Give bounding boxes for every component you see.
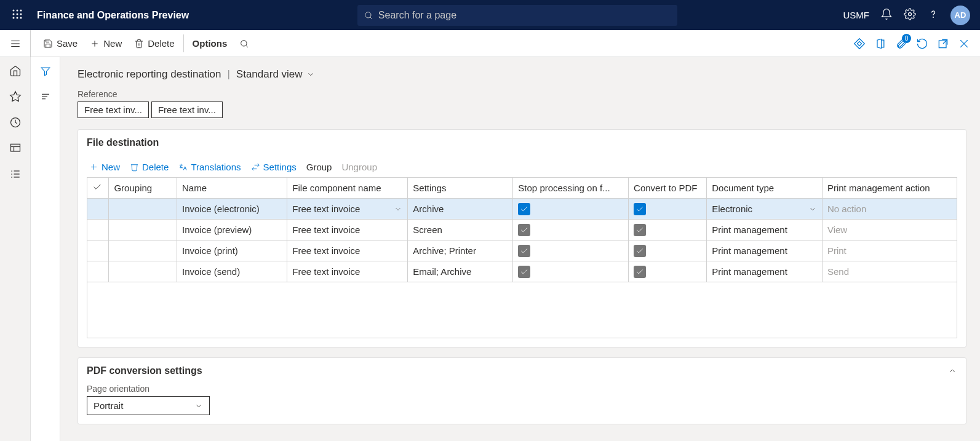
help-icon[interactable]	[927, 8, 939, 22]
app-title: Finance and Operations Preview	[30, 10, 196, 21]
svg-point-0	[13, 10, 15, 12]
attach-badge: 0	[902, 34, 911, 43]
svg-point-4	[17, 14, 18, 15]
new-button[interactable]: New	[84, 34, 128, 52]
svg-point-11	[909, 13, 912, 16]
svg-point-1	[17, 10, 18, 12]
search-placeholder: Search for a page	[378, 10, 456, 21]
avatar[interactable]: AD	[950, 6, 970, 25]
close-icon[interactable]	[958, 38, 970, 50]
svg-rect-20	[855, 38, 864, 48]
svg-point-5	[20, 14, 22, 15]
diamond-icon[interactable]	[853, 38, 866, 50]
action-right: 0	[853, 38, 976, 50]
delete-label: Delete	[148, 38, 174, 49]
menu-button[interactable]	[0, 30, 31, 57]
entity-label[interactable]: USMF	[843, 10, 870, 20]
refresh-icon[interactable]	[916, 38, 928, 50]
waffle-icon[interactable]	[5, 9, 30, 22]
svg-line-23	[943, 39, 947, 44]
bell-icon[interactable]	[880, 8, 893, 22]
action-bar: Save New Delete Options 0	[0, 30, 980, 57]
svg-point-6	[13, 17, 15, 19]
svg-line-10	[370, 17, 372, 18]
office-icon[interactable]	[874, 38, 886, 50]
svg-point-12	[933, 17, 934, 18]
options-button[interactable]: Options	[183, 34, 234, 52]
svg-point-8	[20, 17, 22, 19]
page-search-button[interactable]	[233, 35, 255, 52]
attach-icon[interactable]: 0	[895, 38, 907, 50]
top-right: USMF AD	[839, 6, 976, 25]
svg-point-2	[20, 10, 22, 12]
new-label: New	[103, 38, 122, 49]
svg-point-3	[13, 14, 15, 15]
svg-rect-21	[857, 41, 861, 46]
search-input[interactable]: Search for a page	[357, 5, 677, 26]
save-button[interactable]: Save	[37, 34, 84, 52]
svg-line-19	[246, 45, 248, 47]
svg-point-7	[17, 17, 18, 19]
popout-icon[interactable]	[937, 38, 949, 50]
top-bar: Finance and Operations Preview Search fo…	[0, 0, 980, 30]
save-label: Save	[57, 38, 78, 49]
delete-button[interactable]: Delete	[128, 34, 180, 52]
gear-icon[interactable]	[904, 8, 916, 22]
svg-point-9	[365, 12, 371, 17]
svg-point-18	[241, 40, 247, 46]
options-label: Options	[193, 38, 228, 49]
